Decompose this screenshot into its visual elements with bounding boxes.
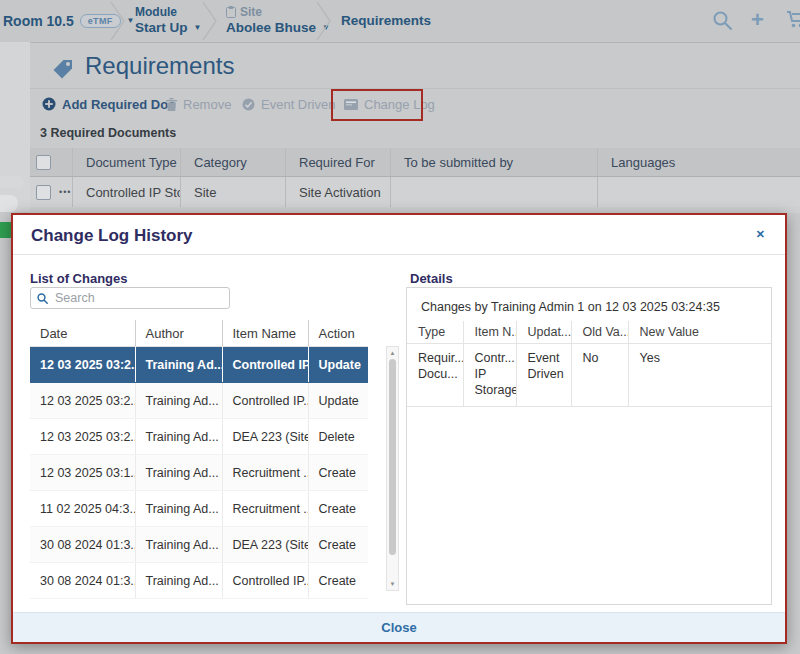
search-box[interactable] — [30, 287, 230, 309]
cell-type: Requir... Docu... — [407, 344, 463, 407]
close-icon[interactable]: ✕ — [756, 228, 765, 241]
change-log-history-modal: Change Log History ✕ List of Changes Dat… — [11, 213, 787, 644]
column-header-item-name: Item N... — [463, 321, 516, 344]
required-documents-table: Document Type Category Required For To b… — [30, 148, 800, 213]
select-all-checkbox[interactable] — [36, 155, 51, 170]
cell-author[interactable]: Training Ad... — [135, 347, 222, 383]
column-header-date: Date — [30, 320, 135, 347]
side-panel-fragment — [0, 195, 18, 212]
scroll-down-icon[interactable]: ▼ — [387, 579, 398, 589]
column-header-new-value: New Value — [628, 321, 771, 344]
list-item[interactable]: 12 03 2025 03:2... Training Ad... DEA 22… — [30, 419, 368, 455]
cell-action[interactable]: Create — [308, 563, 368, 599]
scrollbar-thumb[interactable] — [389, 359, 396, 555]
cell-languages — [597, 177, 800, 207]
cell-item-name[interactable]: Recruitment ... — [222, 491, 308, 527]
breadcrumb-module[interactable]: Module Start Up ▼ — [135, 4, 201, 36]
cell-action[interactable]: Create — [308, 527, 368, 563]
details-table: Type Item N... Updat... Old Va... New Va… — [407, 321, 771, 407]
cell-action[interactable]: Delete — [308, 419, 368, 455]
search-icon[interactable] — [712, 10, 733, 31]
cell-date[interactable]: 12 03 2025 03:2... — [30, 347, 135, 383]
column-header: Required For — [285, 148, 390, 176]
list-item[interactable]: 12 03 2025 03:2... Training Ad... Contro… — [30, 347, 368, 383]
cell-action[interactable]: Update — [308, 347, 368, 383]
change-log-button[interactable]: Change Log — [344, 90, 435, 118]
cell-author[interactable]: Training Ad... — [135, 527, 222, 563]
list-item[interactable]: 12 03 2025 03:2... Training Ad... Contro… — [30, 383, 368, 419]
module-label: Module — [135, 4, 201, 20]
remove-button[interactable]: Remove — [166, 90, 231, 118]
cell-date[interactable]: 30 08 2024 01:3... — [30, 563, 135, 599]
cell-author[interactable]: Training Ad... — [135, 455, 222, 491]
list-item[interactable]: 30 08 2024 01:3... Training Ad... Contro… — [30, 563, 368, 599]
table-row[interactable]: ••• Controlled IP Stor... Site Site Acti… — [30, 177, 800, 207]
cell-item-name[interactable]: DEA 223 (Site) — [222, 527, 308, 563]
list-item[interactable]: 12 03 2025 03:1... Training Ad... Recrui… — [30, 455, 368, 491]
cell-document-type: Controlled IP Stor... — [72, 177, 180, 207]
chevron-down-icon: ▼ — [127, 17, 135, 25]
cell-required-for: Site Activation — [285, 177, 390, 207]
cell-author[interactable]: Training Ad... — [135, 419, 222, 455]
create-plus-icon[interactable]: + — [751, 9, 764, 31]
breadcrumb-separator-icon — [316, 1, 332, 41]
list-of-changes-heading: List of Changes — [30, 271, 128, 286]
cell-action[interactable]: Create — [308, 491, 368, 527]
list-item[interactable]: 30 08 2024 01:3... Training Ad... DEA 22… — [30, 527, 368, 563]
divider — [13, 254, 785, 255]
column-header-old-value: Old Va... — [571, 321, 628, 344]
cell-author[interactable]: Training Ad... — [135, 491, 222, 527]
cell-item-name[interactable]: DEA 223 (Site) — [222, 419, 308, 455]
cell-action[interactable]: Create — [308, 455, 368, 491]
cell-author[interactable]: Training Ad... — [135, 563, 222, 599]
search-input[interactable] — [53, 290, 229, 306]
column-header-item-name: Item Name — [222, 320, 308, 347]
change-log-list-table: Date Author Item Name Action 12 03 2025 … — [30, 320, 368, 599]
cell-date[interactable]: 11 02 2025 04:3... — [30, 491, 135, 527]
cell-item-name[interactable]: Controlled IP... — [222, 347, 308, 383]
column-header-author: Author — [135, 320, 222, 347]
scroll-up-icon[interactable]: ▲ — [387, 348, 398, 358]
divider — [30, 88, 800, 89]
add-required-doc-label: Add Required Doc — [62, 97, 175, 112]
cell-date[interactable]: 30 08 2024 01:3... — [30, 527, 135, 563]
column-header-type: Type — [407, 321, 463, 344]
plus-circle-icon — [42, 97, 56, 111]
cell-action[interactable]: Update — [308, 383, 368, 419]
change-log-label: Change Log — [364, 97, 435, 112]
column-header: To be submitted by — [390, 148, 597, 176]
cell-item-name[interactable]: Recruitment ... — [222, 455, 308, 491]
site-label: Site — [240, 4, 262, 20]
screen: Room 10.5 eTMF ▼ Module Start Up ▼ Site … — [0, 0, 800, 654]
row-more-icon[interactable]: ••• — [59, 187, 71, 197]
column-header-action: Action — [308, 320, 368, 347]
event-driven-button[interactable]: Event Driven — [242, 90, 335, 118]
tag-icon — [52, 58, 74, 80]
details-heading: Details — [410, 271, 453, 286]
close-button[interactable]: Close — [381, 614, 416, 642]
add-required-doc-button[interactable]: Add Required Doc — [42, 90, 175, 118]
details-header-row: Type Item N... Updat... Old Va... New Va… — [407, 321, 771, 344]
remove-label: Remove — [183, 97, 231, 112]
cell-category: Site — [180, 177, 285, 207]
list-scrollbar[interactable]: ▲ ▼ — [386, 346, 399, 591]
cell-item-name[interactable]: Controlled IP... — [222, 563, 308, 599]
cell-date[interactable]: 12 03 2025 03:2... — [30, 419, 135, 455]
cell-date[interactable]: 12 03 2025 03:1... — [30, 455, 135, 491]
list-header-row: Date Author Item Name Action — [30, 320, 368, 347]
breadcrumb-separator-icon — [110, 1, 126, 41]
list-item[interactable]: 11 02 2025 04:3... Training Ad... Recrui… — [30, 491, 368, 527]
cell-date[interactable]: 12 03 2025 03:2... — [30, 383, 135, 419]
page-title: Requirements — [85, 52, 234, 80]
column-header: Category — [180, 148, 285, 176]
search-icon — [37, 293, 48, 304]
cart-icon[interactable] — [787, 10, 800, 30]
row-checkbox[interactable] — [36, 185, 51, 200]
clipboard-icon — [226, 6, 236, 18]
cell-item-name: Contr... IP Storage — [463, 344, 516, 407]
cell-item-name[interactable]: Controlled IP... — [222, 383, 308, 419]
modal-title: Change Log History — [31, 226, 193, 246]
room-name: Room 10.5 — [3, 13, 74, 29]
breadcrumb-site[interactable]: Site Abolee Bhuse ▼ — [226, 4, 330, 36]
cell-author[interactable]: Training Ad... — [135, 383, 222, 419]
